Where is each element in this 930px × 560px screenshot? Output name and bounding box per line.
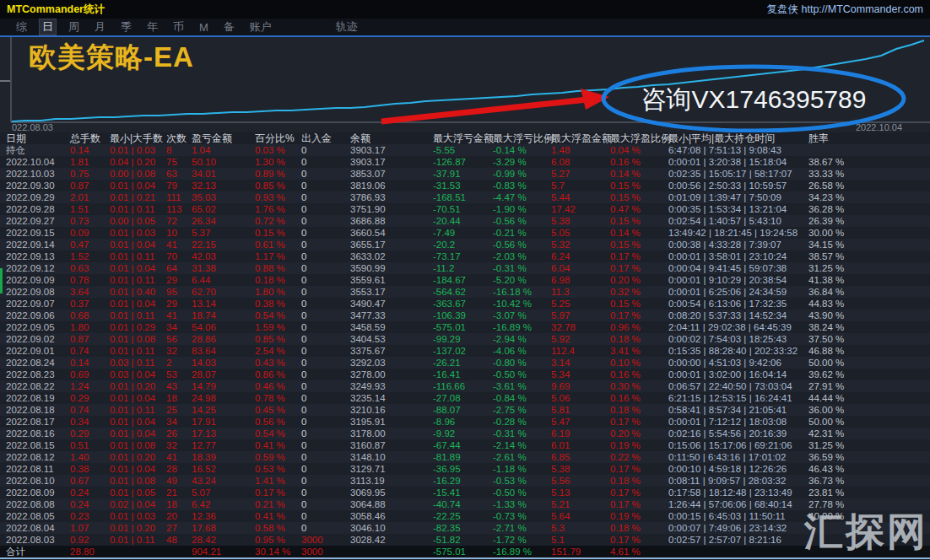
cell: 18	[166, 392, 192, 404]
table-row[interactable]: 2022.09.060.680.01 | 0.114118.740.54 %03…	[0, 310, 930, 321]
table-row[interactable]: 2022.09.281.510.01 | 0.1111365.021.76 %0…	[0, 203, 930, 215]
cell: 0:58:41 | 8:57:34 | 21:05:41	[668, 404, 808, 416]
cell: 27	[166, 522, 192, 534]
cell: 0.01 | 0.20	[110, 380, 166, 392]
cell: 0:02:35 | 15:05:17 | 58:17:07	[668, 168, 808, 180]
table-row[interactable]: 2022.09.020.870.01 | 0.085628.860.85 %03…	[0, 333, 930, 345]
menu-item-2[interactable]: 周	[66, 19, 82, 35]
table-row[interactable]: 2022.08.160.290.01 | 0.042617.130.54 %03…	[0, 428, 930, 439]
menu-item-5[interactable]: 年	[144, 19, 160, 35]
table-row[interactable]: 2022.08.180.740.01 | 0.112514.250.45 %03…	[0, 404, 930, 416]
menu-item-3[interactable]: 月	[92, 19, 108, 35]
menu-item-10[interactable]: 轨迹	[333, 19, 360, 35]
stats-table: 日期总手数最小|大手数次数盈亏金额百分比%出入金余额最大浮亏金额最大浮亏比例最大…	[0, 132, 930, 557]
cell: 0.14 %	[610, 168, 668, 180]
table-row[interactable]: 2022.09.150.090.01 | 0.03105.370.15 %036…	[0, 227, 930, 239]
cell: 0	[301, 498, 350, 510]
cell: 4.61 %	[610, 546, 668, 557]
table-total-row[interactable]: 合计28.80904.2130.14 %3000-575.01-16.89 %1…	[0, 546, 930, 557]
cell: 1.51	[70, 203, 110, 215]
table-row[interactable]: 2022.09.292.010.01 | 0.2111135.030.93 %0…	[0, 191, 930, 203]
cell: 5.47	[551, 416, 610, 428]
cell: 0	[301, 357, 350, 369]
table-row[interactable]: 2022.09.270.730.00 | 0.057226.340.72 %03…	[0, 215, 930, 227]
cell: -0.99 %	[493, 168, 551, 180]
cell: 0.92	[70, 534, 110, 546]
table-row[interactable]: 2022.09.083.640.01 | 0.409562.701.80 %03…	[0, 286, 930, 298]
table-row[interactable]: 2022.08.121.400.01 | 0.204118.390.59 %03…	[0, 451, 930, 463]
cell: 32	[166, 439, 192, 451]
table-row[interactable]: 2022.09.140.470.01 | 0.044122.150.61 %03…	[0, 239, 930, 250]
table-row[interactable]: 2022.08.100.670.01 | 0.084943.241.41 %03…	[0, 475, 930, 487]
cell: 6.04	[551, 262, 610, 274]
table-row[interactable]: 2022.09.090.780.01 | 0.11296.440.18 %035…	[0, 274, 930, 286]
cell: 13:49:42 | 18:21:45 | 19:24:58	[668, 227, 808, 239]
menu-item-4[interactable]: 季	[118, 19, 134, 35]
menu-item-9[interactable]: 账户	[247, 19, 274, 35]
table-row[interactable]: 2022.08.110.380.01 | 0.042816.520.53 %03…	[0, 463, 930, 475]
cell: 3903.17	[350, 144, 433, 156]
cell: 0.95 %	[255, 534, 301, 546]
cell: 0	[301, 144, 350, 156]
table-row[interactable]: 2022.08.221.240.01 | 0.204314.790.46 %03…	[0, 380, 930, 392]
table-row[interactable]: 2022.10.041.810.04 | 0.207550.101.30 %03…	[0, 156, 930, 168]
menu-item-8[interactable]: 备	[221, 19, 237, 35]
cell: -0.50 %	[493, 487, 551, 498]
table-row[interactable]: 2022.08.050.230.01 | 0.032012.360.41 %03…	[0, 510, 930, 522]
cell: -27.08	[433, 392, 493, 404]
cell: 2:04:11 | 29:02:38 | 64:45:39	[668, 321, 808, 333]
cell: 0.01 | 0.20	[110, 451, 166, 463]
cell: 0.17 %	[610, 534, 668, 546]
table-row[interactable]: 2022.08.030.920.01 | 0.114828.420.95 %30…	[0, 534, 930, 546]
cell: 3404.53	[350, 333, 433, 345]
cell: 38.24 %	[808, 321, 930, 333]
cell: 0.41 %	[255, 510, 301, 522]
cell: 0	[301, 250, 350, 262]
table-row[interactable]: 2022.08.240.140.03 | 0.11214.030.43 %032…	[0, 357, 930, 369]
table-row[interactable]: 2022.08.090.240.01 | 0.05215.070.17 %030…	[0, 487, 930, 498]
table-row[interactable]: 2022.08.150.510.01 | 0.083212.770.41 %03…	[0, 439, 930, 451]
cell: -73.17	[433, 250, 493, 262]
table-row[interactable]: 持仓0.140.01 | 0.0381.040.03 %03903.17-5.5…	[0, 144, 930, 156]
menu-item-6[interactable]: 币	[170, 19, 187, 35]
cell: 0.01 | 0.11	[110, 345, 166, 357]
menu-item-0[interactable]: 综	[14, 19, 30, 35]
cell: 1:26:44 | 57:06:06 | 68:40:14	[668, 498, 808, 510]
menu-item-7[interactable]: M	[197, 21, 211, 34]
table-row[interactable]: 2022.09.120.630.01 | 0.046431.380.88 %03…	[0, 262, 930, 274]
cell: 32	[166, 345, 192, 357]
table-row[interactable]: 2022.08.170.340.01 | 0.043417.910.56 %03…	[0, 416, 930, 428]
table-row[interactable]: 2022.08.041.070.01 | 0.202717.680.58 %03…	[0, 522, 930, 534]
cell: -16.18 %	[493, 286, 551, 298]
cell: 0	[301, 487, 350, 498]
cell: -0.83 %	[493, 180, 551, 191]
cell: 70	[166, 250, 192, 262]
cell: 0.01 | 0.11	[110, 274, 166, 286]
table-row[interactable]: 2022.08.190.290.01 | 0.041824.980.78 %03…	[0, 392, 930, 404]
table-row[interactable]: 2022.09.010.740.01 | 0.113283.642.54 %03…	[0, 345, 930, 357]
cell: 0.75	[70, 168, 110, 180]
cell: 0	[301, 439, 350, 451]
table-row[interactable]: 2022.08.230.690.03 | 0.045328.070.86 %03…	[0, 369, 930, 380]
cell: 0.01 | 0.04	[110, 298, 166, 310]
scroll-position-marker[interactable]	[0, 268, 3, 293]
cell: 0.78	[70, 274, 110, 286]
menu-item-1[interactable]: 日	[40, 19, 56, 35]
table-row[interactable]: 2022.09.070.370.01 | 0.042913.140.38 %03…	[0, 298, 930, 310]
cell: 2022.08.05	[6, 510, 70, 522]
cell: 5.38	[551, 463, 610, 475]
cell: 2022.10.04	[6, 156, 70, 168]
table-row[interactable]: 2022.10.030.750.00 | 0.086334.010.89 %03…	[0, 168, 930, 180]
cell: 3633.02	[350, 250, 433, 262]
cell: 28.86	[192, 333, 255, 345]
table-row[interactable]: 2022.08.080.240.02 | 0.04186.420.21 %030…	[0, 498, 930, 510]
site-link[interactable]: 复盘侠 http://MTCommander.com	[767, 3, 923, 17]
cell: 0	[301, 156, 350, 168]
cell: -67.44	[433, 439, 493, 451]
table-row[interactable]: 2022.09.300.870.01 | 0.047932.130.85 %03…	[0, 180, 930, 191]
cell: 43	[166, 380, 192, 392]
cell: 0	[301, 522, 350, 534]
table-row[interactable]: 2022.09.051.800.01 | 0.293454.061.59 %03…	[0, 321, 930, 333]
table-row[interactable]: 2022.09.131.520.01 | 0.117042.031.17 %03…	[0, 250, 930, 262]
cell: 95	[166, 286, 192, 298]
